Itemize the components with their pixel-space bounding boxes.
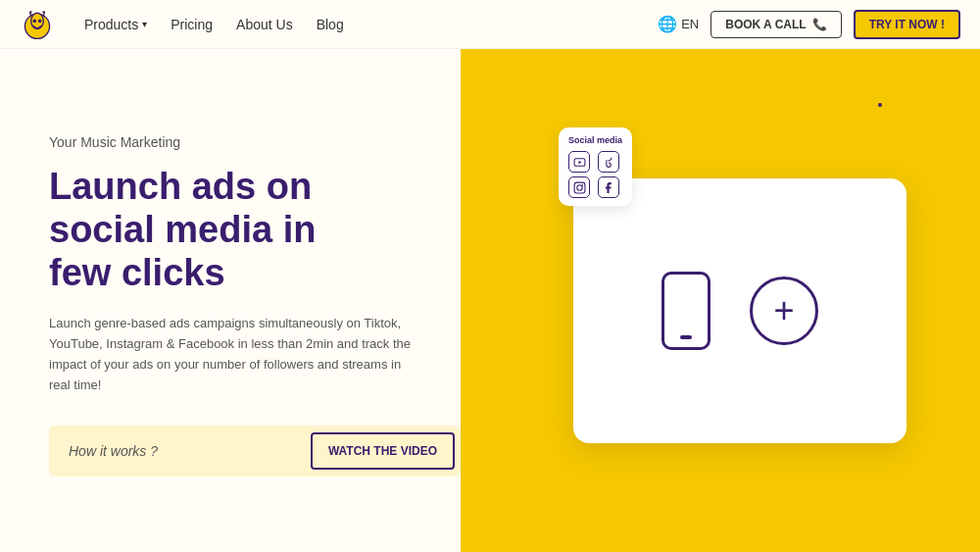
phone-icon-small: 📞 bbox=[812, 18, 827, 31]
book-call-button[interactable]: BOOK A CALL 📞 bbox=[710, 11, 841, 38]
svg-marker-5 bbox=[578, 160, 581, 163]
instagram-icon bbox=[568, 176, 590, 198]
header-right: 🌐 EN BOOK A CALL 📞 TRY IT NOW ! bbox=[658, 10, 960, 39]
lang-label: EN bbox=[681, 17, 699, 31]
main-nav: Products ▾ Pricing About Us Blog bbox=[84, 17, 344, 32]
try-now-button[interactable]: TRY IT NOW ! bbox=[854, 10, 960, 39]
svg-point-8 bbox=[581, 183, 583, 185]
hero-heading: Launch ads on social media in few clicks bbox=[49, 166, 421, 294]
cta-bar: How it works ? WATCH THE VIDEO bbox=[49, 426, 461, 477]
main-layout: Your Music Marketing Launch ads on socia… bbox=[0, 49, 980, 552]
social-card-title: Social media bbox=[568, 135, 622, 145]
logo-icon bbox=[20, 7, 55, 42]
nav-products[interactable]: Products ▾ bbox=[84, 17, 147, 32]
youtube-icon bbox=[568, 151, 590, 173]
try-now-label: TRY IT NOW ! bbox=[869, 18, 945, 31]
left-panel: Your Music Marketing Launch ads on socia… bbox=[0, 49, 461, 552]
right-panel: Social media bbox=[461, 49, 980, 552]
nav-pricing-link[interactable]: Pricing bbox=[171, 17, 213, 32]
social-icons-grid bbox=[568, 151, 622, 198]
social-media-card-small: Social media bbox=[559, 127, 632, 206]
phone-shape-icon bbox=[662, 272, 710, 350]
dot-decoration bbox=[878, 103, 882, 107]
header: Products ▾ Pricing About Us Blog 🌐 EN BO… bbox=[0, 0, 980, 49]
card-content: + bbox=[662, 272, 818, 350]
svg-point-7 bbox=[576, 184, 581, 189]
facebook-icon bbox=[598, 176, 619, 198]
book-call-label: BOOK A CALL bbox=[725, 18, 806, 31]
header-left: Products ▾ Pricing About Us Blog bbox=[20, 7, 344, 42]
nav-blog-link[interactable]: Blog bbox=[317, 17, 344, 32]
add-content-icon: + bbox=[750, 276, 818, 345]
logo-area bbox=[20, 7, 55, 42]
nav-about-link[interactable]: About Us bbox=[236, 17, 293, 32]
cta-text: How it works ? bbox=[49, 443, 305, 459]
chevron-down-icon: ▾ bbox=[142, 19, 147, 29]
globe-icon: 🌐 bbox=[658, 15, 677, 33]
svg-point-3 bbox=[38, 19, 42, 23]
svg-rect-6 bbox=[574, 182, 585, 193]
main-preview-card: + bbox=[573, 178, 906, 443]
hero-description: Launch genre-based ads campaigns simulta… bbox=[49, 314, 421, 395]
lang-selector[interactable]: 🌐 EN bbox=[658, 15, 699, 33]
hero-heading-line1: Launch ads on social media in bbox=[49, 166, 316, 250]
watch-video-label: WATCH THE VIDEO bbox=[328, 444, 437, 458]
hero-heading-line2: few clicks bbox=[49, 252, 225, 293]
tiktok-icon bbox=[598, 151, 619, 173]
svg-point-2 bbox=[33, 19, 37, 23]
watch-video-button[interactable]: WATCH THE VIDEO bbox=[311, 432, 455, 470]
hero-subtitle: Your Music Marketing bbox=[49, 134, 421, 150]
nav-products-link[interactable]: Products bbox=[84, 17, 138, 32]
